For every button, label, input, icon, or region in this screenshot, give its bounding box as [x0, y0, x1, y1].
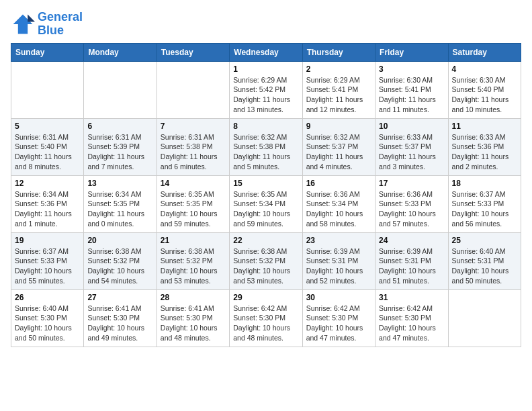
day-info: Sunrise: 6:30 AM Sunset: 5:41 PM Dayligh…	[379, 75, 444, 115]
day-number: 10	[379, 122, 444, 131]
weekday-header: Sunday	[11, 43, 84, 61]
weekday-header: Tuesday	[157, 43, 229, 61]
calendar-cell: 13Sunrise: 6:34 AM Sunset: 5:35 PM Dayli…	[84, 175, 157, 232]
calendar-cell	[448, 289, 521, 347]
calendar-cell: 8Sunrise: 6:32 AM Sunset: 5:38 PM Daylig…	[230, 118, 302, 175]
day-info: Sunrise: 6:35 AM Sunset: 5:34 PM Dayligh…	[233, 189, 298, 229]
day-number: 11	[452, 122, 517, 131]
day-number: 24	[379, 236, 444, 245]
day-info: Sunrise: 6:29 AM Sunset: 5:42 PM Dayligh…	[233, 75, 298, 115]
day-info: Sunrise: 6:32 AM Sunset: 5:38 PM Dayligh…	[233, 132, 298, 172]
calendar-week-row: 12Sunrise: 6:34 AM Sunset: 5:36 PM Dayli…	[11, 175, 521, 232]
weekday-header: Saturday	[448, 43, 521, 61]
calendar-cell: 28Sunrise: 6:41 AM Sunset: 5:30 PM Dayli…	[157, 289, 229, 347]
calendar-cell: 5Sunrise: 6:31 AM Sunset: 5:40 PM Daylig…	[11, 118, 84, 175]
calendar-cell: 23Sunrise: 6:39 AM Sunset: 5:31 PM Dayli…	[302, 232, 375, 289]
day-number: 17	[379, 179, 444, 188]
weekday-header: Thursday	[302, 43, 375, 61]
day-info: Sunrise: 6:29 AM Sunset: 5:41 PM Dayligh…	[306, 75, 371, 115]
calendar-cell: 12Sunrise: 6:34 AM Sunset: 5:36 PM Dayli…	[11, 175, 84, 232]
day-info: Sunrise: 6:41 AM Sunset: 5:30 PM Dayligh…	[87, 304, 152, 343]
calendar-cell: 11Sunrise: 6:33 AM Sunset: 5:36 PM Dayli…	[448, 118, 521, 175]
weekday-header: Friday	[375, 43, 448, 61]
calendar-cell	[11, 61, 84, 118]
day-number: 21	[161, 236, 226, 245]
calendar-cell: 4Sunrise: 6:30 AM Sunset: 5:40 PM Daylig…	[448, 61, 521, 118]
day-info: Sunrise: 6:41 AM Sunset: 5:30 PM Dayligh…	[161, 304, 226, 343]
calendar-cell: 24Sunrise: 6:39 AM Sunset: 5:31 PM Dayli…	[375, 232, 448, 289]
day-info: Sunrise: 6:36 AM Sunset: 5:33 PM Dayligh…	[379, 189, 444, 229]
day-number: 25	[452, 236, 517, 245]
calendar-cell: 9Sunrise: 6:32 AM Sunset: 5:37 PM Daylig…	[302, 118, 375, 175]
day-number: 5	[15, 122, 80, 131]
day-number: 9	[306, 122, 371, 131]
day-info: Sunrise: 6:30 AM Sunset: 5:40 PM Dayligh…	[452, 75, 517, 115]
day-info: Sunrise: 6:34 AM Sunset: 5:36 PM Dayligh…	[15, 189, 80, 229]
calendar-cell: 21Sunrise: 6:38 AM Sunset: 5:32 PM Dayli…	[157, 232, 229, 289]
calendar-cell: 16Sunrise: 6:36 AM Sunset: 5:34 PM Dayli…	[302, 175, 375, 232]
calendar-cell: 19Sunrise: 6:37 AM Sunset: 5:33 PM Dayli…	[11, 232, 84, 289]
day-info: Sunrise: 6:38 AM Sunset: 5:32 PM Dayligh…	[87, 246, 152, 286]
logo: General Blue	[11, 11, 83, 38]
day-info: Sunrise: 6:33 AM Sunset: 5:37 PM Dayligh…	[379, 132, 444, 172]
calendar-header-row: SundayMondayTuesdayWednesdayThursdayFrid…	[11, 43, 521, 61]
day-number: 23	[306, 236, 371, 245]
day-info: Sunrise: 6:38 AM Sunset: 5:32 PM Dayligh…	[233, 246, 298, 286]
day-number: 7	[161, 122, 226, 131]
day-info: Sunrise: 6:37 AM Sunset: 5:33 PM Dayligh…	[452, 189, 517, 229]
day-info: Sunrise: 6:34 AM Sunset: 5:35 PM Dayligh…	[87, 189, 152, 229]
day-number: 6	[87, 122, 152, 131]
svg-marker-1	[28, 14, 35, 21]
day-number: 8	[233, 122, 298, 131]
calendar-week-row: 26Sunrise: 6:40 AM Sunset: 5:30 PM Dayli…	[11, 289, 521, 347]
logo-icon	[11, 12, 35, 36]
day-number: 18	[452, 179, 517, 188]
day-info: Sunrise: 6:36 AM Sunset: 5:34 PM Dayligh…	[306, 189, 371, 229]
calendar-cell: 2Sunrise: 6:29 AM Sunset: 5:41 PM Daylig…	[302, 61, 375, 118]
day-info: Sunrise: 6:32 AM Sunset: 5:37 PM Dayligh…	[306, 132, 371, 172]
calendar-cell: 10Sunrise: 6:33 AM Sunset: 5:37 PM Dayli…	[375, 118, 448, 175]
day-info: Sunrise: 6:40 AM Sunset: 5:30 PM Dayligh…	[15, 304, 80, 343]
day-number: 13	[87, 179, 152, 188]
day-info: Sunrise: 6:35 AM Sunset: 5:35 PM Dayligh…	[161, 189, 226, 229]
day-number: 2	[306, 64, 371, 74]
calendar-week-row: 5Sunrise: 6:31 AM Sunset: 5:40 PM Daylig…	[11, 118, 521, 175]
logo-text: General Blue	[38, 11, 83, 38]
calendar-cell: 31Sunrise: 6:42 AM Sunset: 5:30 PM Dayli…	[375, 289, 448, 347]
weekday-header: Wednesday	[230, 43, 302, 61]
day-info: Sunrise: 6:33 AM Sunset: 5:36 PM Dayligh…	[452, 132, 517, 172]
day-number: 1	[233, 64, 298, 74]
calendar-cell: 17Sunrise: 6:36 AM Sunset: 5:33 PM Dayli…	[375, 175, 448, 232]
day-number: 14	[161, 179, 226, 188]
calendar-cell	[84, 61, 157, 118]
day-info: Sunrise: 6:38 AM Sunset: 5:32 PM Dayligh…	[161, 246, 226, 286]
day-number: 30	[306, 293, 371, 302]
calendar-week-row: 19Sunrise: 6:37 AM Sunset: 5:33 PM Dayli…	[11, 232, 521, 289]
calendar-cell: 18Sunrise: 6:37 AM Sunset: 5:33 PM Dayli…	[448, 175, 521, 232]
calendar-cell: 15Sunrise: 6:35 AM Sunset: 5:34 PM Dayli…	[230, 175, 302, 232]
day-info: Sunrise: 6:31 AM Sunset: 5:38 PM Dayligh…	[161, 132, 226, 172]
calendar-cell: 6Sunrise: 6:31 AM Sunset: 5:39 PM Daylig…	[84, 118, 157, 175]
calendar-cell: 27Sunrise: 6:41 AM Sunset: 5:30 PM Dayli…	[84, 289, 157, 347]
day-number: 29	[233, 293, 298, 302]
day-number: 22	[233, 236, 298, 245]
calendar-cell: 20Sunrise: 6:38 AM Sunset: 5:32 PM Dayli…	[84, 232, 157, 289]
day-number: 3	[379, 64, 444, 74]
day-info: Sunrise: 6:40 AM Sunset: 5:31 PM Dayligh…	[452, 246, 517, 286]
day-number: 19	[15, 236, 80, 245]
day-info: Sunrise: 6:31 AM Sunset: 5:39 PM Dayligh…	[87, 132, 152, 172]
day-number: 20	[87, 236, 152, 245]
day-info: Sunrise: 6:42 AM Sunset: 5:30 PM Dayligh…	[379, 304, 444, 343]
day-info: Sunrise: 6:42 AM Sunset: 5:30 PM Dayligh…	[306, 304, 371, 343]
calendar-cell: 26Sunrise: 6:40 AM Sunset: 5:30 PM Dayli…	[11, 289, 84, 347]
calendar-cell: 30Sunrise: 6:42 AM Sunset: 5:30 PM Dayli…	[302, 289, 375, 347]
calendar-table: SundayMondayTuesdayWednesdayThursdayFrid…	[11, 43, 521, 347]
calendar-cell: 29Sunrise: 6:42 AM Sunset: 5:30 PM Dayli…	[230, 289, 302, 347]
day-info: Sunrise: 6:39 AM Sunset: 5:31 PM Dayligh…	[379, 246, 444, 286]
day-number: 27	[87, 293, 152, 302]
page-header: General Blue	[11, 11, 521, 38]
day-number: 31	[379, 293, 444, 302]
calendar-cell: 3Sunrise: 6:30 AM Sunset: 5:41 PM Daylig…	[375, 61, 448, 118]
day-info: Sunrise: 6:39 AM Sunset: 5:31 PM Dayligh…	[306, 246, 371, 286]
day-number: 16	[306, 179, 371, 188]
